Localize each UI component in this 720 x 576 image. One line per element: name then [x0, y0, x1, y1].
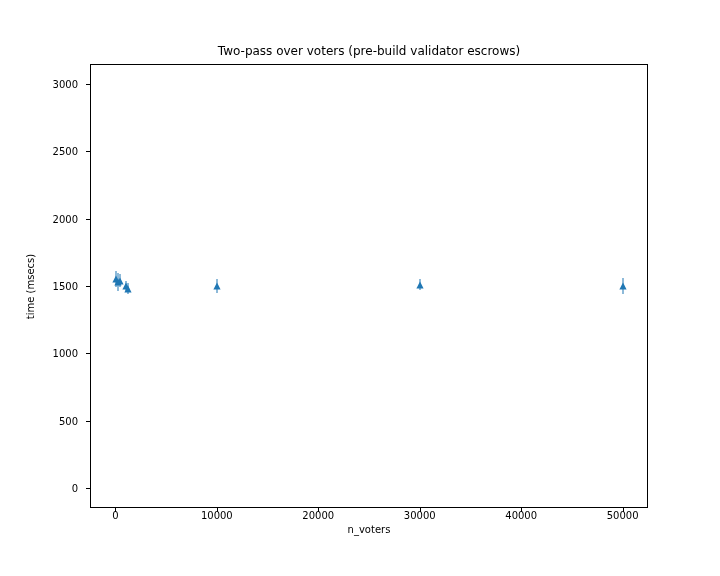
y-tick-mark — [86, 421, 90, 422]
y-tick-label: 0 — [72, 482, 84, 493]
y-tick-label: 2500 — [53, 146, 84, 157]
y-tick-mark — [86, 286, 90, 287]
y-tick-label: 1000 — [53, 348, 84, 359]
y-tick-mark — [86, 84, 90, 85]
error-bar — [116, 271, 117, 287]
x-tick-label: 20000 — [302, 510, 334, 521]
y-tick-mark — [86, 219, 90, 220]
error-bar — [120, 274, 121, 287]
y-tick-label: 1500 — [53, 281, 84, 292]
x-axis-label: n_voters — [90, 524, 648, 535]
x-tick-label: 30000 — [404, 510, 436, 521]
error-bar — [127, 283, 128, 294]
error-bar — [118, 273, 119, 292]
y-tick-mark — [86, 151, 90, 152]
error-bar — [216, 279, 217, 292]
y-tick-mark — [86, 353, 90, 354]
error-bar — [125, 281, 126, 292]
x-tick-label: 40000 — [505, 510, 537, 521]
error-bar — [419, 279, 420, 290]
x-tick-label: 10000 — [201, 510, 233, 521]
figure: Two-pass over voters (pre-build validato… — [0, 0, 720, 576]
y-tick-mark — [86, 488, 90, 489]
x-tick-label: 50000 — [607, 510, 639, 521]
y-tick-label: 2000 — [53, 213, 84, 224]
chart-title: Two-pass over voters (pre-build validato… — [90, 44, 648, 58]
error-bar — [622, 278, 623, 294]
y-tick-label: 500 — [59, 415, 84, 426]
plot-area — [90, 64, 648, 508]
y-tick-label: 3000 — [53, 79, 84, 90]
x-tick-label: 0 — [112, 510, 118, 521]
y-axis-label: time (msecs) — [24, 64, 38, 508]
